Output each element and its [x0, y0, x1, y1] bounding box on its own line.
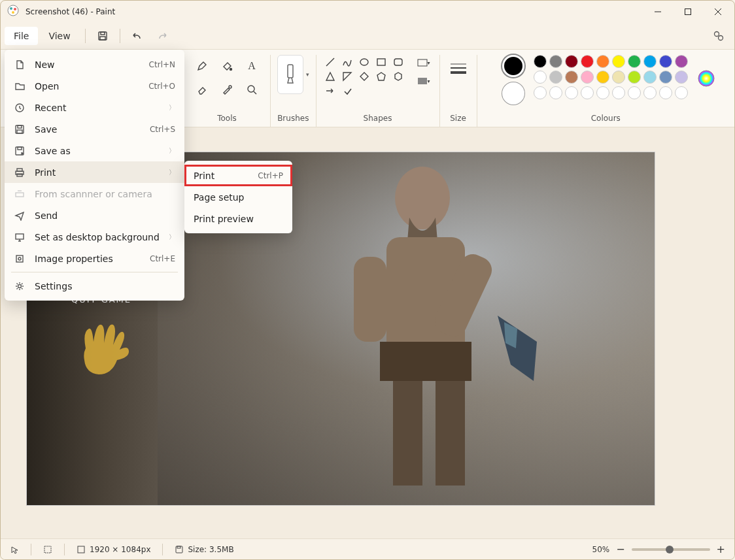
color-swatch[interactable] — [659, 55, 672, 68]
file-menu-image-properties[interactable]: Image propertiesCtrl+E — [5, 248, 184, 269]
svg-line-18 — [326, 58, 334, 66]
undo-button[interactable] — [126, 25, 149, 46]
color-swatch[interactable] — [534, 55, 547, 68]
settings-gear-button[interactable] — [707, 25, 730, 46]
maximize-button[interactable] — [673, 1, 703, 22]
colours-label: Colours — [591, 110, 621, 127]
zoom-slider[interactable] — [632, 548, 710, 551]
svg-point-40 — [16, 104, 24, 112]
pencil-tool[interactable] — [190, 55, 214, 77]
file-menu-set-as-desktop-background[interactable]: Set as desktop background〉 — [5, 226, 184, 248]
color-swatch[interactable] — [565, 55, 578, 68]
color-swatch[interactable] — [596, 55, 609, 68]
file-menu-settings[interactable]: Settings — [5, 275, 184, 297]
brush-selector[interactable] — [277, 55, 303, 94]
color-swatch[interactable] — [581, 55, 594, 68]
submenu-page-setup[interactable]: Page setup — [184, 186, 292, 208]
view-tab[interactable]: View — [39, 27, 79, 45]
minimize-button[interactable] — [643, 1, 673, 22]
color-swatch[interactable] — [581, 71, 594, 84]
color-swatch[interactable] — [628, 55, 641, 68]
svg-marker-24 — [360, 73, 368, 80]
svg-rect-27 — [418, 59, 427, 66]
svg-line-7 — [715, 8, 721, 15]
file-menu-send[interactable]: Send — [5, 205, 184, 226]
custom-color-slot[interactable] — [596, 86, 609, 99]
color-swatch[interactable] — [596, 71, 609, 84]
redo-button[interactable] — [150, 25, 174, 46]
color-1-swatch[interactable] — [502, 55, 524, 77]
file-size: Size: 3.5MB — [175, 545, 233, 554]
custom-color-slot[interactable] — [659, 86, 672, 99]
custom-color-slot[interactable] — [643, 86, 657, 99]
svg-rect-55 — [78, 546, 84, 553]
color-swatch[interactable] — [612, 71, 625, 84]
svg-rect-8 — [99, 32, 107, 40]
file-menu-print[interactable]: Print〉 — [5, 161, 184, 183]
color-swatch[interactable] — [534, 71, 547, 84]
custom-color-slot[interactable] — [612, 86, 625, 99]
custom-color-slot[interactable] — [549, 86, 562, 99]
fill-tool[interactable] — [215, 55, 239, 77]
custom-color-slot[interactable] — [675, 86, 688, 99]
magnifier-tool[interactable] — [240, 78, 264, 101]
shape-fill-button[interactable]: ▾ — [415, 73, 433, 89]
file-icon — [14, 59, 26, 70]
file-menu-save[interactable]: SaveCtrl+S — [5, 118, 184, 140]
file-menu-recent[interactable]: Recent〉 — [5, 97, 184, 118]
svg-point-14 — [229, 86, 231, 88]
custom-color-slot[interactable] — [565, 86, 578, 99]
svg-point-53 — [18, 284, 22, 288]
color-swatch[interactable] — [675, 55, 688, 68]
svg-rect-51 — [16, 255, 23, 262]
file-menu-open[interactable]: OpenCtrl+O — [5, 75, 184, 97]
color-picker-tool[interactable] — [215, 78, 239, 101]
edit-colors-button[interactable] — [697, 69, 715, 90]
save-icon-button[interactable] — [91, 25, 114, 46]
svg-point-32 — [698, 71, 714, 86]
svg-rect-46 — [17, 169, 22, 171]
color-swatch[interactable] — [565, 71, 578, 84]
custom-color-slot[interactable] — [628, 86, 641, 99]
saveas-icon — [14, 146, 26, 156]
svg-rect-56 — [176, 546, 182, 553]
svg-marker-26 — [395, 73, 402, 80]
file-tab[interactable]: File — [5, 27, 38, 45]
close-button[interactable] — [703, 1, 733, 22]
shape-outline-button[interactable]: ▾ — [415, 55, 433, 71]
custom-color-slot[interactable] — [534, 86, 547, 99]
file-menu-save-as[interactable]: Save as〉 — [5, 140, 184, 161]
cursor-position — [10, 545, 19, 554]
color-swatch[interactable] — [612, 55, 625, 68]
color-swatch[interactable] — [659, 71, 672, 84]
color-2-swatch[interactable] — [502, 82, 524, 105]
submenu-print-preview[interactable]: Print preview — [184, 208, 292, 229]
zoom-out-button[interactable]: − — [616, 543, 624, 555]
custom-color-slot[interactable] — [581, 86, 594, 99]
color-palette — [534, 55, 688, 99]
svg-rect-28 — [418, 78, 427, 84]
svg-rect-49 — [16, 193, 24, 197]
submenu-print[interactable]: PrintCtrl+P — [184, 165, 292, 186]
file-menu-new[interactable]: NewCtrl+N — [5, 54, 184, 75]
svg-rect-21 — [394, 59, 402, 65]
size-selector[interactable] — [447, 55, 470, 84]
color-swatch[interactable] — [549, 71, 562, 84]
text-tool[interactable]: A — [240, 55, 264, 77]
color-swatch[interactable] — [628, 71, 641, 84]
color-swatch[interactable] — [643, 71, 657, 84]
zoom-in-button[interactable]: + — [717, 543, 725, 555]
color-swatch[interactable] — [549, 55, 562, 68]
svg-rect-20 — [377, 59, 385, 65]
svg-point-13 — [230, 69, 232, 71]
eraser-tool[interactable] — [190, 78, 214, 101]
shapes-palette[interactable] — [323, 55, 408, 98]
scanner-icon — [14, 189, 26, 199]
svg-marker-23 — [343, 73, 351, 80]
colours-group: Colours — [477, 55, 734, 127]
svg-rect-5 — [685, 9, 691, 15]
color-swatch[interactable] — [643, 55, 657, 68]
svg-point-11 — [715, 32, 719, 37]
desktop-icon — [14, 232, 26, 242]
color-swatch[interactable] — [675, 71, 688, 84]
